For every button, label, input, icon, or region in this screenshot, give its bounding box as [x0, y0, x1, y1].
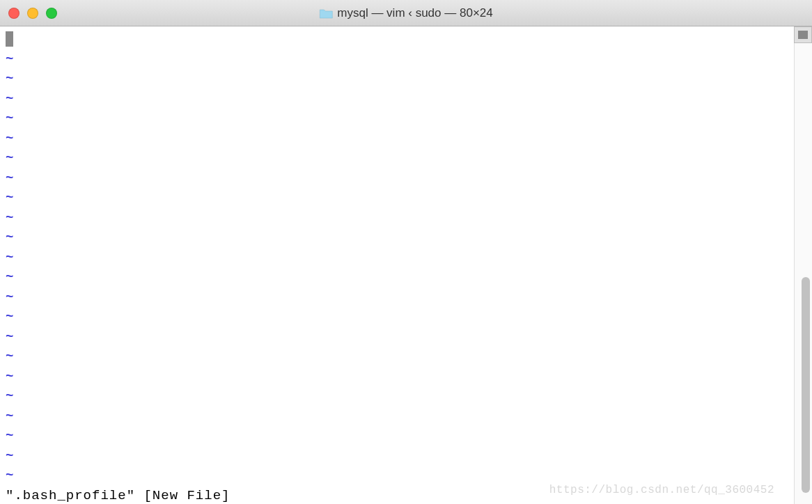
tilde-line: ~	[6, 69, 788, 89]
traffic-lights	[8, 8, 57, 19]
folder-icon	[319, 8, 333, 19]
tilde-line: ~	[6, 109, 788, 129]
close-button[interactable]	[8, 8, 19, 19]
tilde-line: ~	[6, 347, 788, 367]
scrollbar-thumb[interactable]	[802, 277, 810, 493]
tilde-line: ~	[6, 129, 788, 149]
window-title: mysql — vim ‹ sudo — 80×24	[319, 6, 492, 20]
tilde-line: ~	[6, 367, 788, 387]
tilde-line: ~	[6, 208, 788, 228]
title-text: mysql — vim ‹ sudo — 80×24	[337, 6, 492, 20]
tilde-line: ~	[6, 228, 788, 248]
tilde-line: ~	[6, 267, 788, 288]
cursor-line	[6, 29, 788, 49]
tilde-line: ~	[6, 168, 788, 189]
terminal-content[interactable]: ~~~~~~~~~~~~~~~~~~~~~~ ".bash_profile" […	[0, 26, 794, 504]
tilde-line: ~	[6, 89, 788, 109]
cursor	[6, 31, 13, 47]
scrollbar-track[interactable]	[794, 26, 812, 504]
tilde-line: ~	[6, 49, 788, 70]
maximize-button[interactable]	[46, 8, 57, 19]
minimize-button[interactable]	[27, 8, 38, 19]
tilde-line: ~	[6, 446, 788, 466]
window-titlebar: mysql — vim ‹ sudo — 80×24	[0, 0, 812, 26]
vim-status-line: ".bash_profile" [New File]	[6, 486, 788, 505]
tilde-line: ~	[6, 466, 788, 486]
tilde-line: ~	[6, 148, 788, 168]
tilde-line: ~	[6, 386, 788, 407]
scroll-corner-icon	[794, 26, 812, 43]
terminal-area: ~~~~~~~~~~~~~~~~~~~~~~ ".bash_profile" […	[0, 26, 812, 504]
tilde-line: ~	[6, 307, 788, 327]
tilde-lines: ~~~~~~~~~~~~~~~~~~~~~~	[6, 49, 788, 486]
tilde-line: ~	[6, 248, 788, 268]
tilde-line: ~	[6, 426, 788, 446]
tilde-line: ~	[6, 327, 788, 347]
tilde-line: ~	[6, 288, 788, 308]
tilde-line: ~	[6, 407, 788, 427]
tilde-line: ~	[6, 188, 788, 208]
